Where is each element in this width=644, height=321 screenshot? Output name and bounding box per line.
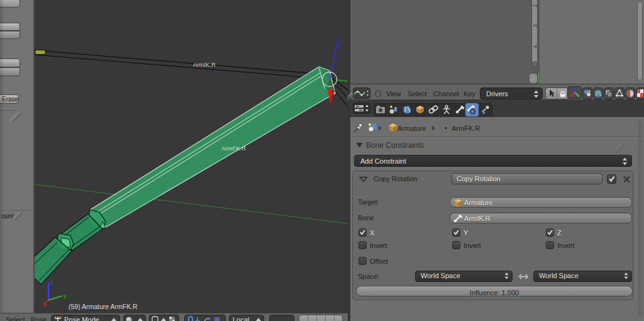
svg-text:ArmIK.R: ArmIK.R [193, 61, 216, 68]
svg-text:y: y [64, 293, 67, 299]
svg-text:z: z [50, 279, 53, 286]
svg-text:(59) Armature ArmFK.R: (59) Armature ArmFK.R [69, 303, 138, 310]
svg-text:ArmFK.R: ArmFK.R [221, 145, 246, 152]
